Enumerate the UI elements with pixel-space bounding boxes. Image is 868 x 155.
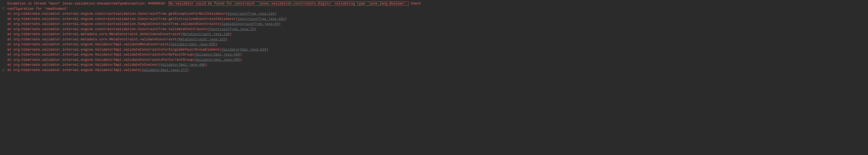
stack-frame: at org.hibernate.validator.internal.engi… — [0, 27, 868, 32]
frame-call: org.hibernate.validator.internal.engine.… — [13, 43, 168, 46]
frame-indent: at — [7, 43, 13, 46]
source-link[interactable]: SimpleConstraintTree.java:54 — [221, 22, 278, 26]
source-link[interactable]: ValidatorImpl.java:172 — [142, 68, 187, 72]
frame-indent: at — [7, 32, 13, 36]
frame-open: ( — [226, 12, 228, 16]
stack-frame: at org.hibernate.validator.internal.meta… — [0, 37, 868, 42]
stack-frame: at org.hibernate.validator.internal.engi… — [0, 17, 868, 22]
frame-indent: at — [7, 12, 13, 16]
frame-close: ) — [205, 63, 207, 67]
source-link[interactable]: ConstraintTree.java:116 — [228, 12, 275, 16]
exception-prefix: Exception in thread "main" javax.validat… — [7, 2, 168, 5]
stack-frame: at org.hibernate.validator.internal.engi… — [0, 47, 868, 52]
collapse-bottom-icon[interactable] — [1, 68, 6, 73]
frame-indent: at — [7, 27, 13, 31]
stack-frame: at org.hibernate.validator.internal.engi… — [0, 11, 868, 17]
source-link[interactable]: ValidatorImpl.java:518 — [221, 48, 267, 52]
frame-open: ( — [219, 48, 221, 52]
exception-suffix: Check — [411, 2, 421, 5]
frame-open: ( — [140, 68, 142, 72]
frame-call: org.hibernate.validator.internal.engine.… — [13, 68, 140, 72]
frame-call: org.hibernate.validator.internal.metadat… — [13, 32, 181, 36]
frame-open: ( — [236, 17, 238, 21]
stack-frame: at org.hibernate.validator.internal.meta… — [0, 32, 868, 37]
frame-indent: at — [7, 53, 13, 56]
source-link[interactable]: MetaConstraint.java:123 — [179, 37, 225, 42]
stack-frame: at org.hibernate.validator.internal.engi… — [0, 42, 868, 47]
frame-indent: at — [7, 48, 13, 52]
frame-call: org.hibernate.validator.internal.engine.… — [13, 22, 219, 26]
stack-frame: at org.hibernate.validator.internal.engi… — [0, 62, 868, 68]
source-link[interactable]: ConstraintTree.java:75 — [209, 27, 254, 31]
frame-indent: at — [7, 37, 13, 42]
frame-close: ) — [275, 12, 277, 16]
frame-call: org.hibernate.validator.internal.metadat… — [13, 37, 177, 42]
stack-frame: at org.hibernate.validator.internal.engi… — [0, 57, 868, 62]
exception-continuation-text: configuration for 'newStudent' — [7, 7, 68, 11]
frame-close: ) — [285, 17, 287, 21]
frame-close: ) — [229, 32, 231, 36]
frame-call: org.hibernate.validator.internal.engine.… — [13, 53, 193, 56]
frame-indent: at — [7, 58, 13, 62]
source-link[interactable]: ValidatorImpl.java:450 — [195, 58, 240, 62]
frame-open: ( — [158, 63, 160, 67]
stack-frame: at org.hibernate.validator.internal.engi… — [0, 52, 868, 57]
frame-close: ) — [226, 37, 228, 42]
frame-open: ( — [193, 58, 195, 62]
frame-call: org.hibernate.validator.internal.engine.… — [13, 58, 193, 62]
frame-close: ) — [240, 53, 242, 56]
frame-call: org.hibernate.validator.internal.engine.… — [13, 12, 225, 16]
source-link[interactable]: ValidatorImpl.java:488 — [195, 53, 240, 56]
exception-highlight-box: No validator could be found for constrai… — [168, 1, 409, 6]
frame-close: ) — [279, 22, 281, 26]
frame-call: org.hibernate.validator.internal.engine.… — [13, 17, 236, 21]
frame-indent: at — [7, 17, 13, 21]
source-link[interactable]: MetaConstraint.java:130 — [183, 32, 229, 36]
exception-continuation-line: configuration for 'newStudent' — [0, 6, 868, 11]
frame-close: ) — [240, 58, 242, 62]
exception-header-line: Exception in thread "main" javax.validat… — [0, 1, 868, 6]
frame-open: ( — [193, 53, 195, 56]
frame-indent: at — [7, 63, 13, 67]
stack-frame: at org.hibernate.validator.internal.engi… — [0, 68, 868, 73]
source-link[interactable]: ConstraintTree.java:162 — [238, 17, 285, 21]
frame-close: ) — [254, 27, 256, 31]
frame-close: ) — [187, 68, 189, 72]
collapse-top-icon[interactable] — [1, 6, 6, 11]
frame-close: ) — [215, 43, 218, 46]
frame-call: org.hibernate.validator.internal.engine.… — [13, 27, 207, 31]
frame-open: ( — [219, 22, 221, 26]
frame-open: ( — [168, 43, 170, 46]
frame-indent: at — [7, 68, 13, 72]
source-link[interactable]: ValidatorImpl.java:555 — [170, 43, 215, 46]
frame-indent: at — [7, 22, 13, 26]
source-link[interactable]: ValidatorImpl.java:400 — [160, 63, 205, 67]
frame-call: org.hibernate.validator.internal.engine.… — [13, 48, 219, 52]
frame-close: ) — [267, 48, 269, 52]
stack-frame: at org.hibernate.validator.internal.engi… — [0, 22, 868, 27]
frame-call: org.hibernate.validator.internal.engine.… — [13, 63, 158, 67]
frame-open: ( — [181, 32, 183, 36]
